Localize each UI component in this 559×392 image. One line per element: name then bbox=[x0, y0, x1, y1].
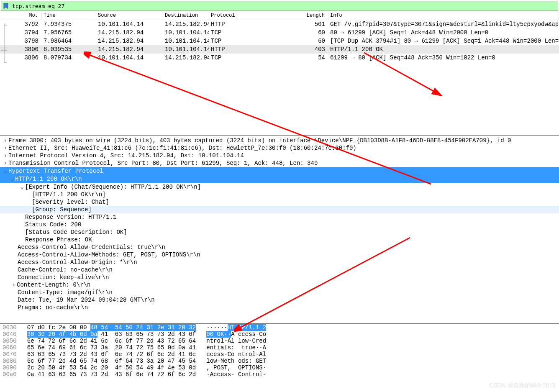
detail-tcp[interactable]: ›Transmission Control Protocol, Src Port… bbox=[0, 159, 559, 167]
hex-row[interactable]: 0090 2c 20 50 4f 53 54 2c 20 4f 50 54 49… bbox=[0, 364, 559, 371]
collapse-icon[interactable]: ⌄ bbox=[9, 175, 15, 182]
packet-row[interactable]: 38068.07973410.101.104.1414.215.182.94TC… bbox=[0, 54, 559, 62]
col-source[interactable]: Source bbox=[96, 12, 163, 20]
detail-hdr-pragma[interactable]: Pragma: no-cache\r\n bbox=[0, 304, 559, 311]
col-info[interactable]: Info bbox=[328, 12, 559, 20]
expand-icon[interactable]: › bbox=[3, 152, 8, 159]
display-filter-bar[interactable] bbox=[1, 1, 558, 11]
hex-row[interactable]: 0030 07 d0 fc 2e 00 00 48 54 54 50 2f 31… bbox=[0, 324, 559, 331]
detail-status-desc[interactable]: [Status Code Description: OK] bbox=[0, 228, 559, 236]
col-length[interactable]: Length bbox=[236, 12, 328, 20]
detail-hdr-cache[interactable]: Cache-Control: no-cache\r\n bbox=[0, 266, 559, 274]
detail-expert[interactable]: ⌄[Expert Info (Chat/Sequence): HTTP/1.1 … bbox=[0, 183, 559, 191]
detail-severity[interactable]: [Severity level: Chat] bbox=[0, 198, 559, 206]
display-filter-input[interactable] bbox=[10, 3, 558, 9]
expand-icon[interactable]: › bbox=[3, 145, 8, 151]
detail-hdr-len[interactable]: ›Content-Length: 0\r\n bbox=[0, 281, 559, 289]
col-time[interactable]: Time bbox=[42, 12, 96, 20]
detail-resp-version[interactable]: Response Version: HTTP/1.1 bbox=[0, 213, 559, 221]
col-destination[interactable]: Destination bbox=[163, 12, 209, 20]
detail-expert-msg[interactable]: [HTTP/1.1 200 OK\r\n] bbox=[0, 191, 559, 198]
collapse-icon[interactable]: ⌄ bbox=[19, 183, 25, 190]
packet-row[interactable]: 38008.03953514.215.182.9410.101.104.14HT… bbox=[0, 45, 559, 54]
detail-hdr-conn[interactable]: Connection: keep-alive\r\n bbox=[0, 274, 559, 281]
packet-list-body[interactable]: 37927.93437510.101.104.1414.215.182.94HT… bbox=[0, 20, 559, 135]
hex-row[interactable]: 00a0 0a 41 63 63 65 73 73 2d 43 6f 6e 74… bbox=[0, 371, 559, 378]
col-no[interactable]: No. bbox=[0, 12, 42, 20]
detail-resp-phrase[interactable]: Response Phrase: OK bbox=[0, 236, 559, 243]
hex-row[interactable]: 0070 63 63 65 73 73 2d 43 6f 6e 74 72 6f… bbox=[0, 351, 559, 358]
detail-status-code[interactable]: Status Code: 200 bbox=[0, 221, 559, 228]
hex-row[interactable]: 0060 65 6e 74 69 61 6c 73 3a 20 74 72 75… bbox=[0, 344, 559, 351]
detail-hdr-origin[interactable]: Access-Control-Allow-Origin: *\r\n bbox=[0, 259, 559, 266]
detail-ip[interactable]: ›Internet Protocol Version 4, Src: 14.21… bbox=[0, 152, 559, 159]
bookmark-icon[interactable] bbox=[2, 2, 10, 10]
packet-bytes-pane[interactable]: 0030 07 d0 fc 2e 00 00 48 54 54 50 2f 31… bbox=[0, 324, 559, 378]
detail-eth[interactable]: ›Ethernet II, Src: HuaweiTe_41:81:c6 (7c… bbox=[0, 144, 559, 152]
detail-frame[interactable]: ›Frame 3800: 403 bytes on wire (3224 bit… bbox=[0, 137, 559, 144]
packet-list-pane[interactable]: No. Time Source Destination Protocol Len… bbox=[0, 12, 559, 136]
detail-hdr-cred[interactable]: Access-Control-Allow-Credentials: true\r… bbox=[0, 243, 559, 251]
packet-row[interactable]: 37947.95676514.215.182.9410.101.104.14TC… bbox=[0, 28, 559, 37]
packet-row[interactable]: 37987.98646414.215.182.9410.101.104.14TC… bbox=[0, 37, 559, 45]
detail-hdr-date[interactable]: Date: Tue, 19 Mar 2024 09:04:28 GMT\r\n bbox=[0, 296, 559, 304]
packet-details-pane[interactable]: ›Frame 3800: 403 bytes on wire (3224 bit… bbox=[0, 136, 559, 324]
col-protocol[interactable]: Protocol bbox=[209, 12, 236, 20]
hex-row[interactable]: 0050 6e 74 72 6f 6c 2d 41 6c 6c 6f 77 2d… bbox=[0, 338, 559, 344]
expand-icon[interactable]: › bbox=[11, 282, 17, 288]
hex-row[interactable]: 0040 30 30 20 4f 4b 0d 0a 41 63 63 65 73… bbox=[0, 331, 559, 338]
expand-icon[interactable]: › bbox=[3, 137, 8, 144]
packet-list-header[interactable]: No. Time Source Destination Protocol Len… bbox=[0, 12, 559, 20]
packet-row[interactable]: 37927.93437510.101.104.1414.215.182.94HT… bbox=[0, 20, 559, 28]
detail-group[interactable]: [Group: Sequence] bbox=[0, 206, 559, 213]
detail-status-line[interactable]: ⌄HTTP/1.1 200 OK\r\n bbox=[0, 175, 559, 183]
detail-hdr-ctype[interactable]: Content-Type: image/gif\r\n bbox=[0, 289, 559, 296]
expand-icon[interactable]: › bbox=[3, 160, 8, 167]
detail-hdr-methods[interactable]: Access-Control-Allow-Methods: GET, POST,… bbox=[0, 251, 559, 259]
detail-http[interactable]: ⌄Hypertext Transfer Protocol bbox=[0, 167, 559, 175]
hex-row[interactable]: 0080 6c 6f 77 2d 4d 65 74 68 6f 64 73 3a… bbox=[0, 358, 559, 364]
collapse-icon[interactable]: ⌄ bbox=[3, 167, 8, 174]
